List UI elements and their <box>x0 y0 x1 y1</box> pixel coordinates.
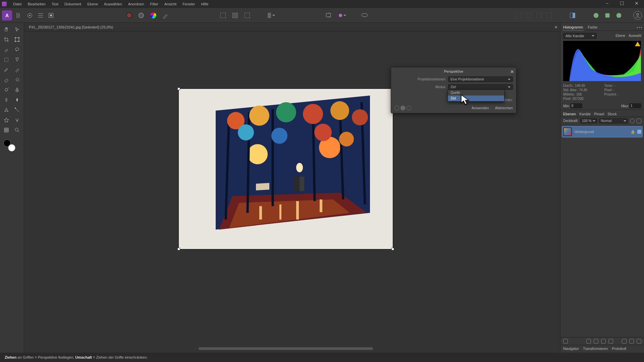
menu-dokument[interactable]: Dokument <box>61 0 84 8</box>
app-logo-icon[interactable]: A <box>2 10 12 20</box>
dodge-tool[interactable] <box>2 86 11 94</box>
menu-ebene[interactable]: Ebene <box>84 0 101 8</box>
hist-link-auswahl[interactable]: Auswahl <box>629 34 641 38</box>
noise-icon[interactable] <box>138 12 145 19</box>
fx-icon[interactable] <box>594 339 598 344</box>
fill-red-swatch-icon[interactable] <box>125 12 133 19</box>
dialog-titlebar[interactable]: Perspektive ✕ <box>391 67 516 75</box>
menu-auswaehlen[interactable]: Auswählen <box>101 0 125 8</box>
tab-histogram[interactable]: Histogramm <box>562 24 584 31</box>
dialog-close-button[interactable]: ✕ <box>510 69 514 74</box>
tab-transformieren[interactable]: Transformieren <box>583 347 608 351</box>
zoom-tool[interactable] <box>13 126 21 134</box>
picker-icon[interactable] <box>162 12 169 19</box>
menu-bearbeiten[interactable]: Bearbeiten <box>25 0 49 8</box>
cloud-add-icon[interactable] <box>604 12 611 19</box>
live-filter-icon[interactable] <box>601 339 606 344</box>
order-backward-icon[interactable] <box>525 12 533 19</box>
hist-link-ebene[interactable]: Ebene <box>615 34 625 38</box>
channel-dropdown[interactable]: Alle Kanäle <box>563 33 597 39</box>
window-minimize-button[interactable]: − <box>600 0 614 8</box>
add-layer-icon[interactable] <box>629 339 634 344</box>
min-input[interactable] <box>570 103 582 108</box>
cancel-button[interactable]: Abbrechen <box>495 106 513 110</box>
layer-fx-icon[interactable] <box>630 119 635 123</box>
liquify-icon[interactable] <box>37 12 44 19</box>
insert-target-icon[interactable] <box>325 12 333 19</box>
window-maximize-button[interactable]: ☐ <box>614 0 629 8</box>
cloud-share-icon[interactable] <box>615 12 623 19</box>
crop-tool[interactable] <box>2 36 11 44</box>
eraser-tool[interactable] <box>2 76 11 84</box>
warning-icon[interactable] <box>635 42 640 46</box>
tab-pinsel[interactable]: Pinsel <box>594 112 604 116</box>
menu-fenster[interactable]: Fenster <box>179 0 198 8</box>
mode-option-ziel[interactable]: Ziel <box>448 96 504 101</box>
menu-filter[interactable]: Filter <box>147 0 161 8</box>
align-left-icon[interactable] <box>219 12 227 19</box>
node-tool[interactable] <box>13 106 21 114</box>
window-close-button[interactable]: ✕ <box>629 0 644 8</box>
tab-kanaele[interactable]: Kanäle <box>579 112 591 116</box>
tonemap-icon[interactable] <box>48 12 55 19</box>
stamp-tool[interactable] <box>13 86 21 94</box>
transform-handle-tl[interactable] <box>177 87 180 90</box>
smudge-tool[interactable] <box>2 96 11 104</box>
apply-button[interactable]: Anwenden <box>472 106 489 110</box>
adjustment-icon[interactable] <box>586 339 591 344</box>
move-tool[interactable] <box>13 25 21 34</box>
transform-handle-br[interactable] <box>391 248 394 250</box>
persona-icon[interactable] <box>15 12 23 19</box>
align-right-icon[interactable] <box>244 12 251 19</box>
transform-handle-bl[interactable] <box>177 248 180 250</box>
assistant-icon[interactable] <box>361 12 368 19</box>
document-tab-close-icon[interactable]: × <box>554 24 557 30</box>
blendmode-dropdown[interactable]: Normal <box>599 118 628 123</box>
cloud-sync-icon[interactable] <box>592 12 600 19</box>
layer-mask-icon[interactable] <box>563 339 568 344</box>
preview-split-icon[interactable] <box>400 106 405 110</box>
marquee-tool[interactable] <box>2 56 11 64</box>
grid-tool[interactable] <box>2 126 11 134</box>
document-tab[interactable]: PXL_20230127_135623241.jpg [Geändert] (2… <box>27 25 115 29</box>
canvas-hscrollbar[interactable] <box>24 345 560 353</box>
shape-tool[interactable] <box>2 116 11 124</box>
crop-layer-icon[interactable] <box>608 339 613 344</box>
menu-datei[interactable]: Datei <box>10 0 25 8</box>
order-front-icon[interactable] <box>545 12 553 19</box>
lasso-tool[interactable] <box>13 46 21 54</box>
account-avatar[interactable] <box>633 11 642 20</box>
panel-toggle-icon[interactable] <box>569 12 576 19</box>
menu-text[interactable]: Text <box>49 0 61 8</box>
selection-brush-tool[interactable] <box>2 46 11 54</box>
layer-lock-icon[interactable] <box>637 119 641 123</box>
fill-tool[interactable] <box>13 76 21 84</box>
arrange-dropdown[interactable] <box>268 12 275 19</box>
opacity-dropdown[interactable]: 100 % <box>580 118 597 123</box>
align-center-icon[interactable] <box>231 12 239 19</box>
layer-row-hintergrund[interactable]: Hintergrund 🔒 <box>562 126 643 137</box>
hand-tool[interactable] <box>2 25 11 34</box>
preview-before-icon[interactable] <box>394 106 399 110</box>
blur-tool[interactable] <box>13 96 21 104</box>
projection-dropdown[interactable]: Eine Projektionsebene <box>448 76 513 82</box>
group-layers-icon[interactable] <box>622 339 627 344</box>
tab-color[interactable]: Farbe <box>587 24 598 31</box>
text-tool[interactable] <box>13 116 21 124</box>
menu-hilfe[interactable]: Hilfe <box>198 0 211 8</box>
brush-tool[interactable] <box>2 66 11 74</box>
panel-options-icon[interactable] <box>637 27 642 28</box>
transform-tool[interactable] <box>13 36 21 44</box>
color-replace-tool[interactable] <box>13 66 21 74</box>
mode-dropdown[interactable]: Ziel <box>448 84 513 90</box>
delete-layer-icon[interactable] <box>637 339 641 344</box>
max-input[interactable] <box>629 103 641 108</box>
develop-icon[interactable] <box>26 12 34 19</box>
preview-mirror-icon[interactable] <box>407 106 411 110</box>
hscroll-thumb[interactable] <box>199 347 373 350</box>
order-forward-icon[interactable] <box>535 12 543 19</box>
tab-ebenen[interactable]: Ebenen <box>563 112 576 116</box>
tab-protokoll[interactable]: Protokoll <box>612 347 626 351</box>
tab-stock[interactable]: Stock <box>607 112 617 116</box>
color-wheel-icon[interactable] <box>150 12 157 19</box>
